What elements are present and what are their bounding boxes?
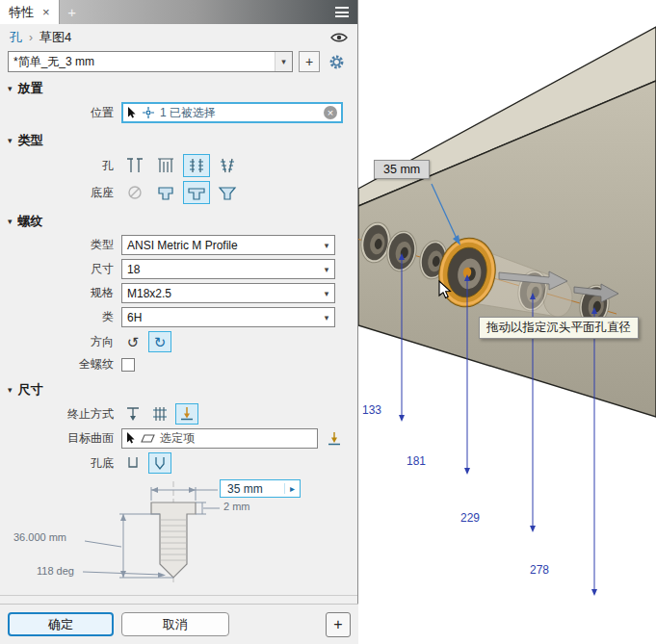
hole-depth-value: 36.000 mm: [13, 531, 66, 543]
add-preset-button[interactable]: +: [299, 51, 320, 72]
eye-icon: [330, 32, 348, 43]
direction-left-hand-button[interactable]: ↺: [121, 331, 144, 352]
seat-countersink-button[interactable]: [214, 181, 241, 204]
hole-type-simple-button[interactable]: [121, 154, 148, 177]
termination-depth-button[interactable]: [121, 403, 144, 425]
thread-class-dropdown[interactable]: 6H ▾: [121, 307, 335, 327]
tab-properties[interactable]: 特性 ×: [0, 0, 60, 24]
thread-size-dropdown[interactable]: 18 ▾: [121, 259, 335, 279]
dropdown-arrow-icon[interactable]: ▾: [319, 308, 334, 326]
thread-direction-row: 方向 ↺ ↻: [0, 329, 357, 354]
target-surface-input[interactable]: 选定项: [121, 428, 318, 449]
bottom-angle-button[interactable]: [148, 452, 171, 474]
hole-type-tapped-button[interactable]: [183, 154, 210, 177]
hole-type-taper-button[interactable]: [214, 154, 241, 177]
hole-diagram: 2 mm 36.000 mm 118 deg 35 mm ▸: [0, 477, 357, 591]
spotface-diameter-value: 35 mm: [227, 482, 263, 496]
add-feature-button[interactable]: +: [326, 612, 351, 637]
extend-target-icon: [326, 431, 343, 447]
dropdown-arrow-icon[interactable]: ▾: [319, 236, 334, 254]
spotface-icon: [187, 184, 206, 201]
termination-to-button[interactable]: [175, 403, 198, 425]
hole-properties-panel: 特性 × + 孔 › 草图4 *简单_无_3 mm ▾ +: [0, 0, 358, 644]
termination-row: 终止方式: [0, 401, 357, 426]
full-thread-row: 全螺纹: [0, 354, 357, 374]
tab-close-icon[interactable]: ×: [42, 6, 50, 18]
through-all-icon: [150, 405, 170, 423]
termination-label: 终止方式: [0, 406, 121, 423]
extend-to-surface-button[interactable]: [326, 431, 343, 447]
position-label: 位置: [0, 105, 121, 121]
thread-type-label: 类型: [0, 237, 121, 253]
thread-type-dropdown[interactable]: ANSI Metric M Profile ▾: [121, 235, 335, 255]
plane-icon: [141, 434, 155, 444]
section-type[interactable]: ▾ 类型: [0, 125, 357, 152]
beam-part[interactable]: [358, 27, 656, 417]
thread-spec-label: 规格: [0, 285, 121, 301]
termination-through-button[interactable]: [148, 403, 171, 425]
simple-hole-icon: [125, 157, 144, 174]
position-selection-input[interactable]: 1 已被选择 ×: [121, 102, 343, 123]
dimension-value[interactable]: 133: [362, 403, 381, 417]
chevron-down-icon[interactable]: ▾: [8, 385, 13, 395]
thread-type-value: ANSI Metric M Profile: [127, 239, 238, 252]
panel-footer: 确定 取消 +: [0, 604, 358, 644]
spotface-diameter-field[interactable]: 35 mm ▸: [220, 479, 301, 498]
seat-none-button[interactable]: [121, 181, 148, 204]
section-size[interactable]: ▾ 尺寸: [0, 374, 357, 401]
preset-dropdown[interactable]: *简单_无_3 mm ▾: [8, 51, 293, 72]
thread-spec-dropdown[interactable]: M18x2.5 ▾: [121, 283, 335, 303]
dropdown-arrow-icon[interactable]: ▾: [275, 52, 292, 71]
thread-size-row: 尺寸 18 ▾: [0, 257, 357, 281]
position-selection-value: 1 已被选择: [160, 105, 216, 121]
point-snap-icon: [142, 106, 155, 119]
depth-termination-icon: [123, 405, 143, 423]
tab-add-button[interactable]: +: [60, 0, 85, 24]
gear-icon: [328, 54, 345, 70]
preview-visibility-button[interactable]: [330, 32, 348, 43]
section-thread[interactable]: ▾ 螺纹: [0, 206, 357, 233]
dimension-value[interactable]: 181: [407, 454, 426, 468]
dimension-value-tooltip[interactable]: 35 mm: [374, 160, 430, 179]
tip-angle-value: 118 deg: [37, 565, 74, 577]
section-size-title: 尺寸: [18, 381, 43, 399]
direction-label: 方向: [0, 334, 121, 350]
section-placement[interactable]: ▾ 放置: [0, 73, 357, 100]
chevron-down-icon[interactable]: ▾: [8, 84, 13, 93]
section-thread-title: 螺纹: [18, 213, 43, 230]
dropdown-arrow-icon[interactable]: ▾: [319, 260, 334, 278]
angle-bottom-icon: [150, 454, 170, 472]
panel-menu-button[interactable]: [327, 0, 357, 24]
target-surface-value: 选定项: [160, 430, 195, 447]
seat-spotface-button[interactable]: [183, 181, 210, 204]
section-type-title: 类型: [18, 132, 43, 149]
dimension-value[interactable]: 278: [530, 563, 549, 577]
breadcrumb-feature[interactable]: 孔: [10, 29, 22, 46]
hole-type-clearance-button[interactable]: [152, 154, 179, 177]
thread-spec-row: 规格 M18x2.5 ▾: [0, 281, 357, 305]
breadcrumb-sketch[interactable]: 草图4: [39, 29, 71, 46]
seat-label: 底座: [0, 185, 121, 201]
seat-counterbore-button[interactable]: [152, 181, 179, 204]
cancel-button[interactable]: 取消: [121, 612, 229, 636]
chevron-down-icon[interactable]: ▾: [8, 217, 13, 226]
flyout-arrow-icon[interactable]: ▸: [284, 483, 300, 494]
seat-type-row: 底座: [0, 179, 357, 206]
dimension-value[interactable]: 229: [460, 511, 480, 525]
chevron-down-icon[interactable]: ▾: [8, 136, 13, 145]
bottom-flat-button[interactable]: [121, 452, 144, 474]
ok-button[interactable]: 确定: [8, 612, 114, 636]
target-surface-label: 目标曲面: [0, 430, 121, 447]
clear-selection-icon[interactable]: ×: [324, 106, 337, 119]
thread-class-row: 类 6H ▾: [0, 305, 357, 329]
hole-type-row: 孔: [0, 152, 357, 179]
clearance-hole-icon: [156, 157, 175, 174]
direction-right-hand-button[interactable]: ↻: [148, 331, 171, 352]
hamburger-icon: [335, 5, 349, 20]
cursor-icon: [127, 107, 137, 119]
preset-value: *简单_无_3 mm: [13, 54, 94, 70]
dropdown-arrow-icon[interactable]: ▾: [319, 284, 334, 302]
drag-hint-tooltip: 拖动以指定沉头平面孔直径: [479, 317, 639, 339]
preset-settings-button[interactable]: [326, 51, 347, 72]
full-thread-checkbox[interactable]: [121, 358, 135, 372]
